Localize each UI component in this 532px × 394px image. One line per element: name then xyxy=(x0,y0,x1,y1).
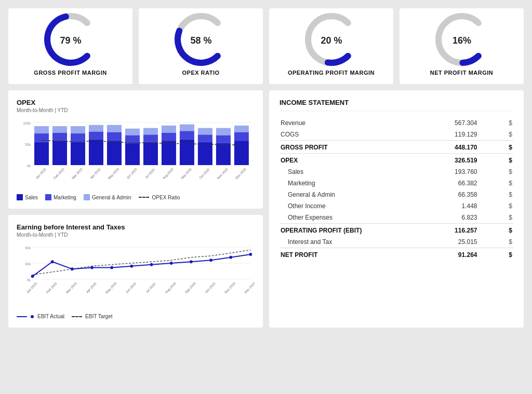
opex-bar-chart: 0k50k100kJan 2015Feb 2015Mar 2015Apr 201… xyxy=(17,118,255,191)
income-value: 25.015 xyxy=(420,236,478,248)
svg-rect-56 xyxy=(234,141,249,165)
kpi-card-opex-ratio: 58 % OPEX RATIO xyxy=(139,8,263,84)
svg-text:Mar 2015: Mar 2015 xyxy=(71,167,84,180)
legend-item: EBIT Actual xyxy=(17,314,64,319)
income-value: 448.170 xyxy=(420,141,478,154)
income-row: General & Admin 66.358 $ xyxy=(280,189,513,200)
dot-icon xyxy=(30,315,34,319)
left-col: OPEX Month-to-Month | YTD 0k50k100kJan 2… xyxy=(8,90,263,328)
svg-text:Oct 2015: Oct 2015 xyxy=(204,281,216,294)
income-currency: $ xyxy=(478,236,514,248)
svg-text:Sep 2015: Sep 2015 xyxy=(184,281,197,294)
legend-item: Marketing xyxy=(45,194,76,200)
svg-rect-26 xyxy=(107,125,122,132)
income-statement-card: INCOME STATEMENT Revenue 567.304 $ COGS … xyxy=(269,90,524,328)
income-label: General & Admin xyxy=(280,189,420,200)
income-value: 1.448 xyxy=(420,200,478,212)
income-currency: $ xyxy=(478,141,514,154)
dashboard: 79 % GROSS PROFIT MARGIN 58 % OPEX RATIO… xyxy=(8,8,524,328)
income-label: Other Expenses xyxy=(280,212,420,224)
svg-rect-50 xyxy=(216,128,231,135)
income-row: GROSS PROFIT 448.170 $ xyxy=(280,141,513,154)
line-icon xyxy=(17,316,27,317)
svg-rect-28 xyxy=(107,141,122,165)
ebit-chart-title: Earning before Interest and Taxes xyxy=(17,223,255,231)
income-currency: $ xyxy=(478,166,514,178)
swatch-icon xyxy=(84,194,90,200)
income-value: 326.519 xyxy=(420,154,478,167)
svg-rect-32 xyxy=(125,143,140,165)
svg-rect-30 xyxy=(125,129,140,135)
gauge-gross-profit-margin: 79 % xyxy=(39,19,102,60)
svg-text:Jan 2015: Jan 2015 xyxy=(35,167,47,180)
swatch-icon xyxy=(17,194,23,200)
svg-rect-39 xyxy=(162,133,176,141)
opex-chart-subtitle: Month-to-Month | YTD xyxy=(17,107,255,113)
legend-item: OPEX Ratio xyxy=(139,195,180,200)
svg-rect-48 xyxy=(198,142,212,165)
income-row: OPERATING PROFIT (EBIT) 116.257 $ xyxy=(280,224,513,237)
svg-text:50k: 50k xyxy=(25,143,31,146)
svg-rect-14 xyxy=(52,126,67,133)
income-currency: $ xyxy=(478,248,514,261)
ebit-chart-subtitle: Month-to-Month | YTD xyxy=(17,232,255,238)
svg-point-73 xyxy=(209,259,212,262)
svg-text:0k: 0k xyxy=(27,164,31,168)
svg-point-65 xyxy=(51,260,54,263)
svg-text:79 %: 79 % xyxy=(60,35,81,46)
svg-rect-23 xyxy=(89,132,103,140)
svg-text:Oct 2015: Oct 2015 xyxy=(198,167,210,180)
svg-rect-46 xyxy=(198,128,212,135)
svg-rect-22 xyxy=(89,125,103,132)
svg-text:Mar 2015: Mar 2015 xyxy=(65,281,77,294)
svg-text:Feb 2015: Feb 2015 xyxy=(53,167,65,180)
income-currency: $ xyxy=(478,189,514,200)
svg-point-72 xyxy=(190,260,193,263)
kpi-card-net-profit-margin: 16% NET PROFIT MARGIN xyxy=(400,8,524,84)
svg-point-69 xyxy=(130,265,134,268)
svg-text:Apr 2015: Apr 2015 xyxy=(85,281,98,294)
income-label: COGS xyxy=(280,129,420,141)
svg-rect-42 xyxy=(180,125,194,131)
legend-item: Sales xyxy=(17,194,38,200)
income-statement-title: INCOME STATEMENT xyxy=(280,99,513,111)
income-value: 91.264 xyxy=(420,248,478,261)
kpi-card-operating-profit-margin: 20 % OPERATING PROFIT MARGIN xyxy=(269,8,393,84)
svg-text:Sep 2015: Sep 2015 xyxy=(180,167,193,180)
income-currency: $ xyxy=(478,154,514,167)
svg-rect-47 xyxy=(198,134,212,142)
svg-rect-54 xyxy=(234,126,249,132)
income-currency: $ xyxy=(478,178,514,189)
bottom-row: OPEX Month-to-Month | YTD 0k50k100kJan 2… xyxy=(8,90,524,328)
svg-text:20 %: 20 % xyxy=(321,35,342,46)
svg-text:40k: 40k xyxy=(25,246,31,250)
income-label: NET PROFIT xyxy=(280,248,420,261)
legend-item: EBIT Target xyxy=(72,314,112,319)
income-currency: $ xyxy=(478,212,514,224)
income-value: 6.823 xyxy=(420,212,478,224)
svg-text:Aug 2015: Aug 2015 xyxy=(164,281,177,294)
legend-item: General & Admin xyxy=(84,194,131,200)
svg-text:20k: 20k xyxy=(25,262,31,266)
income-row: Other Expenses 6.823 $ xyxy=(280,212,513,224)
income-row: Sales 193.760 $ xyxy=(280,166,513,178)
svg-point-75 xyxy=(249,253,252,256)
svg-rect-27 xyxy=(107,132,122,141)
income-label: OPEX xyxy=(280,154,420,167)
income-label: OPERATING PROFIT (EBIT) xyxy=(280,224,420,237)
income-currency: $ xyxy=(478,200,514,212)
income-value: 193.760 xyxy=(420,166,478,178)
swatch-icon xyxy=(45,194,51,200)
svg-point-67 xyxy=(90,266,94,269)
income-value: 116.257 xyxy=(420,224,478,237)
ebit-legend: EBIT ActualEBIT Target xyxy=(17,314,255,319)
svg-rect-16 xyxy=(52,141,67,165)
svg-rect-34 xyxy=(143,128,158,135)
income-currency: $ xyxy=(478,224,514,237)
svg-text:Dec 2015: Dec 2015 xyxy=(244,281,255,294)
svg-point-66 xyxy=(71,267,74,270)
income-table: Revenue 567.304 $ COGS 119.129 $ GROSS P… xyxy=(280,117,513,261)
income-row: Revenue 567.304 $ xyxy=(280,117,513,129)
svg-point-88 xyxy=(31,315,34,318)
gauge-net-profit-margin: 16% xyxy=(431,19,493,60)
